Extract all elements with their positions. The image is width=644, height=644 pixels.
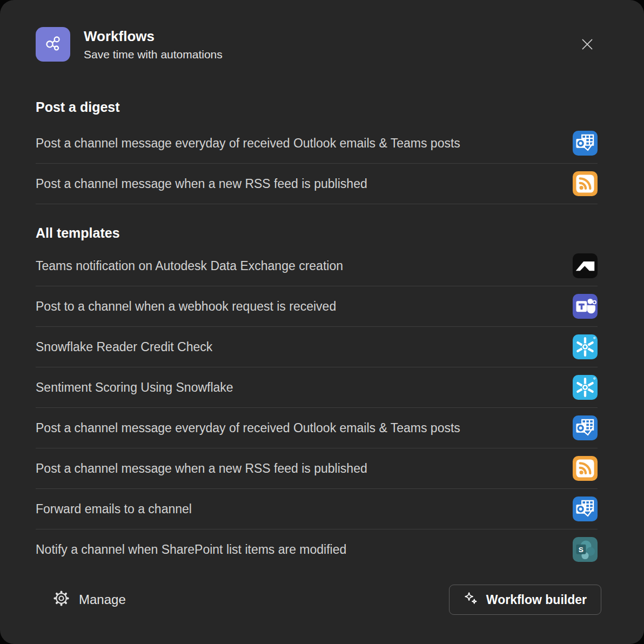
workflow-builder-label: Workflow builder bbox=[486, 593, 587, 607]
template-row-snowflake-credit[interactable]: Snowflake Reader Credit Check bbox=[36, 327, 598, 367]
template-label: Post a channel message everyday of recei… bbox=[36, 421, 460, 435]
close-button[interactable] bbox=[576, 33, 599, 56]
workflow-builder-button[interactable]: Workflow builder bbox=[449, 585, 601, 615]
template-row-snowflake-sentiment[interactable]: Sentiment Scoring Using Snowflake bbox=[36, 367, 598, 408]
manage-button[interactable]: Manage bbox=[53, 590, 126, 610]
template-row-outlook-everyday[interactable]: Post a channel message everyday of recei… bbox=[36, 408, 598, 448]
workflow-icon bbox=[43, 33, 63, 56]
template-row-outlook-digest[interactable]: Post a channel message everyday of recei… bbox=[36, 123, 598, 164]
close-icon bbox=[579, 36, 595, 54]
templates-list: Post a digest Post a channel message eve… bbox=[0, 99, 644, 569]
workflows-dialog: Workflows Save time with automations Pos… bbox=[0, 0, 644, 644]
dialog-footer: Manage Workflow builder bbox=[0, 585, 644, 615]
outlook-icon bbox=[573, 497, 598, 521]
template-label: Sentiment Scoring Using Snowflake bbox=[36, 380, 233, 395]
teams-icon bbox=[573, 294, 598, 319]
dialog-title: Workflows bbox=[84, 28, 223, 45]
template-row-sharepoint[interactable]: Notify a channel when SharePoint list it… bbox=[36, 529, 598, 569]
workflows-app-badge bbox=[36, 27, 70, 62]
section-heading: Post a digest bbox=[36, 99, 598, 115]
template-row-rss-digest[interactable]: Post a channel message when a new RSS fe… bbox=[36, 164, 598, 204]
rss-icon bbox=[573, 171, 598, 196]
manage-label: Manage bbox=[79, 592, 126, 607]
dialog-header: Workflows Save time with automations bbox=[0, 0, 644, 62]
template-row-rss-published[interactable]: Post a channel message when a new RSS fe… bbox=[36, 448, 598, 489]
dialog-subtitle: Save time with automations bbox=[84, 46, 223, 62]
template-label: Post a channel message when a new RSS fe… bbox=[36, 177, 367, 191]
svg-text:S: S bbox=[579, 546, 583, 554]
template-label: Forward emails to a channel bbox=[36, 502, 192, 516]
sharepoint-icon: S bbox=[573, 537, 598, 562]
gear-icon bbox=[53, 590, 70, 610]
template-label: Post a channel message everyday of recei… bbox=[36, 136, 460, 151]
section-post-a-digest: Post a digest Post a channel message eve… bbox=[36, 99, 598, 204]
template-label: Post to a channel when a webhook request… bbox=[36, 299, 336, 314]
template-label: Post a channel message when a new RSS fe… bbox=[36, 461, 367, 476]
outlook-icon bbox=[573, 131, 598, 156]
header-text: Workflows Save time with automations bbox=[84, 27, 223, 62]
template-row-forward-emails[interactable]: Forward emails to a channel bbox=[36, 489, 598, 529]
template-label: Teams notification on Autodesk Data Exch… bbox=[36, 259, 343, 273]
snowflake-icon bbox=[573, 375, 598, 400]
snowflake-icon bbox=[573, 334, 598, 359]
section-all-templates: All templates Teams notification on Auto… bbox=[36, 225, 598, 569]
template-label: Snowflake Reader Credit Check bbox=[36, 340, 212, 354]
template-row-webhook[interactable]: Post to a channel when a webhook request… bbox=[36, 286, 598, 327]
template-row-autodesk[interactable]: Teams notification on Autodesk Data Exch… bbox=[36, 246, 598, 286]
section-heading: All templates bbox=[36, 225, 598, 241]
sparkles-icon bbox=[464, 591, 478, 609]
autodesk-icon bbox=[573, 253, 598, 278]
template-label: Notify a channel when SharePoint list it… bbox=[36, 542, 346, 557]
rss-icon bbox=[573, 456, 598, 481]
outlook-icon bbox=[573, 415, 598, 440]
